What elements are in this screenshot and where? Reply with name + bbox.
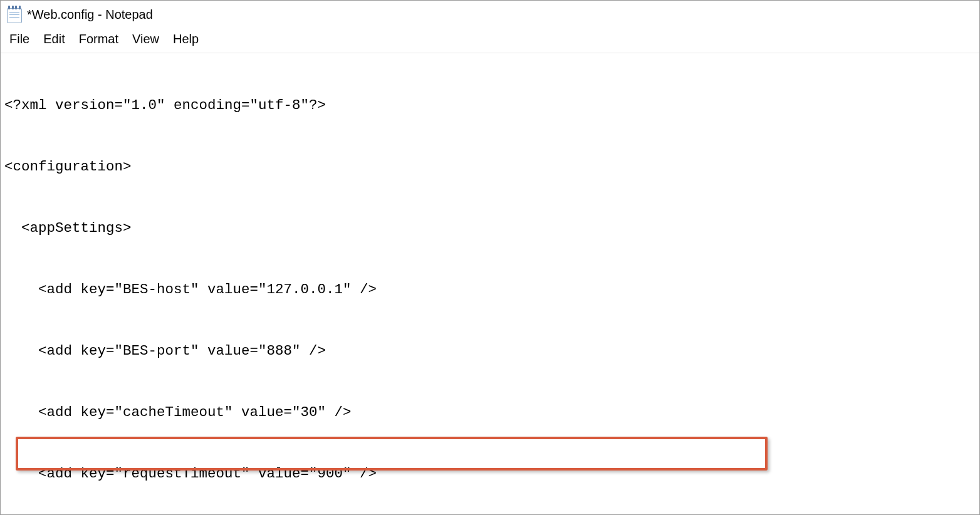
notepad-icon xyxy=(7,6,22,23)
menu-help[interactable]: Help xyxy=(173,32,199,46)
code-line: <add key="BES-host" value="127.0.0.1" /> xyxy=(4,279,976,300)
window-title: *Web.config - Notepad xyxy=(27,8,153,22)
code-line: <add key="requestTimeout" value="900" /> xyxy=(4,464,976,484)
code-line: <appSettings> xyxy=(4,218,976,239)
menu-format[interactable]: Format xyxy=(79,32,118,46)
menu-view[interactable]: View xyxy=(132,32,159,46)
code-line: <configuration> xyxy=(4,157,976,177)
code-line: <add key="cacheTimeout" value="30" /> xyxy=(4,402,976,423)
menu-file[interactable]: File xyxy=(9,32,29,46)
text-editor[interactable]: <?xml version="1.0" encoding="utf-8"?> <… xyxy=(1,53,979,515)
titlebar: *Web.config - Notepad xyxy=(1,1,979,27)
menu-edit[interactable]: Edit xyxy=(43,32,65,46)
code-line: <add key="BES-port" value="888" /> xyxy=(4,341,976,362)
code-line: <?xml version="1.0" encoding="utf-8"?> xyxy=(4,95,976,116)
menubar: File Edit Format View Help xyxy=(1,27,979,53)
